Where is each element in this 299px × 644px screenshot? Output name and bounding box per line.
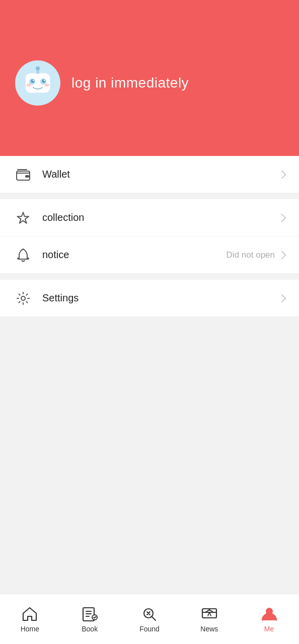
wallet-section: Wallet [0,156,299,193]
found-icon [141,605,158,622]
notice-menu-item[interactable]: notice Did not open [0,236,299,274]
home-label: Home [21,625,39,633]
collection-menu-item[interactable]: collection [0,199,299,236]
nav-item-book[interactable]: Book [60,594,120,644]
news-icon [201,605,218,622]
svg-rect-12 [25,175,29,178]
settings-section: Settings [0,280,299,317]
svg-point-7 [33,80,34,82]
bottom-navigation: Home Book Found [0,594,299,644]
notice-status: Did not open [227,250,275,260]
wallet-chevron [278,170,286,179]
login-label[interactable]: log in immediately [71,75,189,91]
bell-icon [14,246,32,264]
nav-item-me[interactable]: Me [239,594,299,644]
nav-item-found[interactable]: Found [120,594,180,644]
news-label: News [200,625,218,633]
profile-header[interactable]: log in immediately [0,0,299,156]
star-icon [14,209,32,227]
divider-2 [0,274,299,280]
settings-menu-item[interactable]: Settings [0,280,299,317]
avatar[interactable] [15,60,60,106]
collection-notice-section: collection notice Did not open [0,199,299,274]
book-label: Book [82,625,98,633]
settings-label: Settings [42,292,279,304]
nav-item-news[interactable]: News [179,594,239,644]
collection-chevron [278,213,286,222]
book-icon [81,605,98,622]
wallet-label: Wallet [42,169,279,180]
svg-rect-0 [25,73,50,93]
me-label: Me [264,625,274,633]
wallet-menu-item[interactable]: Wallet [0,156,299,193]
notice-chevron [278,251,286,259]
svg-point-13 [21,296,25,300]
notice-label: notice [42,249,227,261]
svg-point-8 [44,80,45,82]
wallet-icon [14,166,32,184]
settings-chevron [278,294,286,302]
svg-point-10 [44,84,49,87]
collection-label: collection [42,212,279,223]
nav-item-home[interactable]: Home [0,594,60,644]
gear-icon [14,289,32,307]
found-label: Found [139,625,160,633]
svg-point-2 [36,66,40,70]
divider-1 [0,193,299,199]
gray-fill-area [0,377,299,594]
home-icon [21,605,38,622]
me-icon [261,605,278,622]
svg-point-9 [26,84,31,87]
